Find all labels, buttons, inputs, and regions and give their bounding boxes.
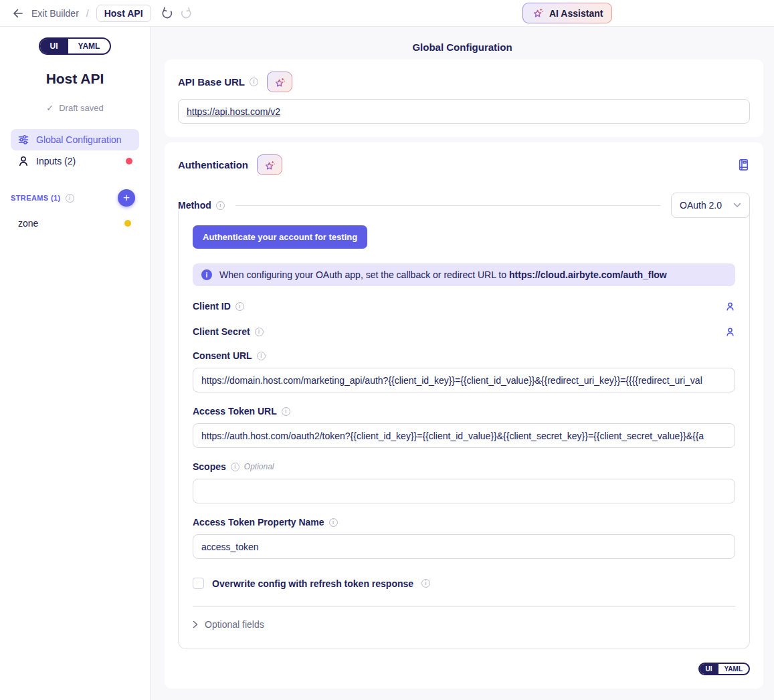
info-icon[interactable]: i <box>216 201 225 210</box>
method-label: Method <box>178 200 211 211</box>
authentication-title: Authentication <box>178 159 248 170</box>
bottom-ui-yaml-toggle: UI YAML <box>698 663 750 675</box>
sparkles-icon <box>532 7 544 19</box>
sidebar-item-global-configuration[interactable]: Global Configuration <box>11 129 139 150</box>
method-select[interactable]: OAuth 2.0 <box>671 193 750 218</box>
access-token-url-field: Access Token URL i <box>193 406 735 448</box>
status-dot-stream <box>124 220 131 227</box>
connector-title: Host API <box>0 71 150 87</box>
overwrite-config-label: Overwrite config with refresh token resp… <box>212 578 413 589</box>
undo-icon <box>161 7 173 19</box>
sliders-icon <box>17 134 29 146</box>
access-token-url-input[interactable] <box>193 423 735 448</box>
optional-fields-label: Optional fields <box>205 619 264 630</box>
consent-url-label: Consent URL <box>193 350 252 361</box>
save-status: ✓ Draft saved <box>0 103 150 113</box>
redo-icon <box>180 7 193 19</box>
api-base-url-label: API Base URL <box>178 76 245 88</box>
info-icon[interactable]: i <box>282 407 290 416</box>
streams-header: STREAMS (1) <box>11 194 61 202</box>
sparkles-icon <box>264 160 276 171</box>
client-secret-row: Client Secret i <box>193 326 735 337</box>
sidebar-item-label: Inputs (2) <box>36 156 76 166</box>
info-icon[interactable]: i <box>250 78 258 86</box>
info-icon[interactable]: i <box>329 518 338 527</box>
scopes-field: Scopes i Optional <box>193 461 735 503</box>
oauth-callout: i When configuring your OAuth app, set t… <box>193 263 735 286</box>
access-token-property-field: Access Token Property Name i <box>193 517 735 559</box>
bottom-toggle-yaml[interactable]: YAML <box>718 664 749 674</box>
toggle-ui[interactable]: UI <box>40 39 68 53</box>
access-token-property-input[interactable] <box>193 534 735 559</box>
client-id-label: Client ID <box>193 301 231 312</box>
user-icon <box>725 302 735 312</box>
save-status-label: Draft saved <box>59 103 103 113</box>
ui-yaml-toggle: UI YAML <box>39 37 112 55</box>
callout-text: When configuring your OAuth app, set the… <box>219 269 667 280</box>
main-content: Global Configuration API Base URL i <box>151 27 774 700</box>
page-title: Global Configuration <box>151 41 774 53</box>
sidebar-item-label: Global Configuration <box>36 134 122 145</box>
info-icon[interactable]: i <box>231 463 239 471</box>
scopes-label: Scopes <box>193 461 226 472</box>
sidebar: UI YAML Host API ✓ Draft saved Global Co… <box>0 27 151 700</box>
overwrite-config-checkbox[interactable] <box>193 578 204 589</box>
add-stream-button[interactable]: + <box>118 189 135 207</box>
optional-fields-expander[interactable]: Optional fields <box>193 619 735 632</box>
chevron-right-icon <box>193 620 198 628</box>
access-token-url-label: Access Token URL <box>193 406 277 417</box>
api-base-url-input[interactable] <box>178 99 750 124</box>
chevron-down-icon <box>733 203 741 208</box>
back-button[interactable] <box>9 5 27 22</box>
plus-icon: + <box>123 191 130 205</box>
sidebar-stream-zone[interactable]: zone <box>11 215 139 232</box>
undo-button[interactable] <box>160 6 175 21</box>
breadcrumb-separator: / <box>86 8 89 19</box>
optional-tag: Optional <box>244 462 274 471</box>
connector-name-field[interactable]: Host API <box>96 5 151 22</box>
user-icon <box>17 155 29 167</box>
docs-button[interactable] <box>737 158 750 171</box>
info-icon[interactable]: i <box>255 328 264 336</box>
access-token-property-label: Access Token Property Name <box>193 517 324 528</box>
client-secret-label: Client Secret <box>193 326 250 337</box>
ai-assist-api-url-button[interactable] <box>267 72 292 92</box>
api-base-url-card: API Base URL i <box>165 60 763 137</box>
info-icon[interactable]: i <box>235 302 244 311</box>
ai-assist-authentication-button[interactable] <box>257 154 282 175</box>
info-filled-icon: i <box>201 269 212 280</box>
breadcrumb-exit-builder[interactable]: Exit Builder <box>31 8 79 19</box>
client-id-user-input-button[interactable] <box>725 302 735 312</box>
divider <box>193 606 735 607</box>
oauth-settings-group: Authenticate your account for testing i … <box>178 205 750 649</box>
callout-redirect-url: https://cloud.airbyte.com/auth_flow <box>509 269 667 280</box>
divider <box>235 205 660 206</box>
arrow-left-icon <box>12 7 24 19</box>
info-icon[interactable]: i <box>421 579 430 588</box>
client-secret-user-input-button[interactable] <box>725 327 735 337</box>
toggle-yaml[interactable]: YAML <box>68 39 110 53</box>
ai-assistant-button[interactable]: AI Assistant <box>522 3 612 23</box>
info-icon[interactable]: i <box>257 352 266 360</box>
consent-url-field: Consent URL i <box>193 350 735 392</box>
sidebar-item-inputs[interactable]: Inputs (2) <box>11 150 139 172</box>
bottom-toggle-ui[interactable]: UI <box>700 664 718 674</box>
docs-icon <box>737 158 750 171</box>
info-icon[interactable]: i <box>66 194 74 203</box>
stream-label: zone <box>18 218 38 229</box>
ai-assistant-label: AI Assistant <box>549 8 603 19</box>
overwrite-config-row: Overwrite config with refresh token resp… <box>193 578 735 589</box>
sparkles-icon <box>274 77 286 88</box>
method-selected-value: OAuth 2.0 <box>680 200 722 211</box>
topbar: Exit Builder / Host API AI Assistant <box>0 0 774 27</box>
status-dot-inputs <box>126 158 132 164</box>
user-icon <box>725 327 735 337</box>
consent-url-input[interactable] <box>193 368 735 392</box>
check-icon: ✓ <box>46 103 54 113</box>
redo-button[interactable] <box>179 6 194 21</box>
authentication-card: Authentication <box>165 142 763 689</box>
authenticate-button[interactable]: Authenticate your account for testing <box>193 225 367 249</box>
client-id-row: Client ID i <box>193 301 735 312</box>
scopes-input[interactable] <box>193 479 735 503</box>
